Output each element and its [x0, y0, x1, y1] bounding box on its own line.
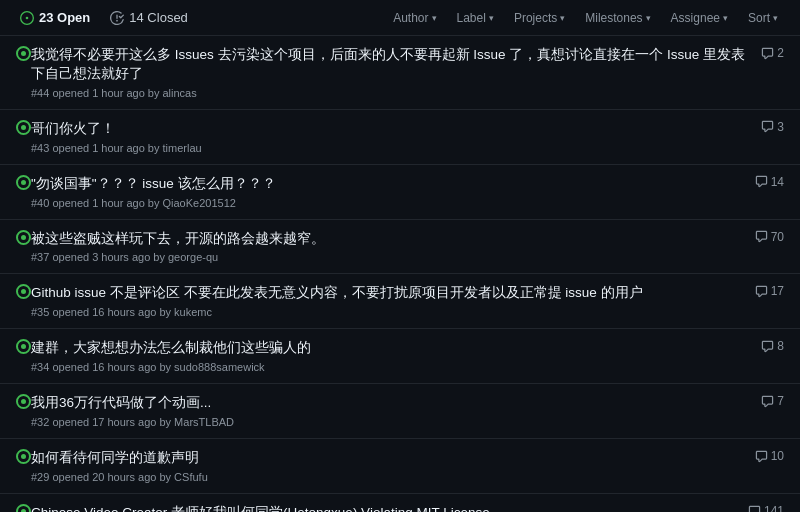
issue-item[interactable]: 我觉得不必要开这么多 Issues 去污染这个项目，后面来的人不要再起新 Iss… — [0, 36, 800, 110]
issue-content: 我觉得不必要开这么多 Issues 去污染这个项目，后面来的人不要再起新 Iss… — [31, 46, 749, 99]
issue-title: 建群，大家想想办法怎么制裁他们这些骗人的 — [31, 339, 749, 358]
issue-item[interactable]: Github issue 不是评论区 不要在此发表无意义内容，不要打扰原项目开发… — [0, 274, 800, 329]
label-label: Label — [457, 11, 486, 25]
toolbar-right: Author ▾ Label ▾ Projects ▾ Milestones ▾… — [387, 9, 784, 27]
issue-title: 我用36万行代码做了个动画... — [31, 394, 749, 413]
author-filter-btn[interactable]: Author ▾ — [387, 9, 442, 27]
issue-item[interactable]: 如何看待何同学的道歉声明 #29 opened 20 hours ago by … — [0, 439, 800, 494]
issue-title: 我觉得不必要开这么多 Issues 去污染这个项目，后面来的人不要再起新 Iss… — [31, 46, 749, 84]
issue-open-icon — [16, 449, 31, 464]
issue-item[interactable]: 被这些盗贼这样玩下去，开源的路会越来越窄。 #37 opened 3 hours… — [0, 220, 800, 275]
comment-count: 3 — [761, 120, 784, 134]
issue-content: Github issue 不是评论区 不要在此发表无意义内容，不要打扰原项目开发… — [31, 284, 743, 318]
comment-count: 7 — [761, 394, 784, 408]
comment-icon — [748, 505, 761, 512]
issue-item[interactable]: 哥们你火了！ #43 opened 1 hour ago by timerlau… — [0, 110, 800, 165]
issue-title: Github issue 不是评论区 不要在此发表无意义内容，不要打扰原项目开发… — [31, 284, 743, 303]
comment-icon — [761, 120, 774, 133]
issue-item[interactable]: "勿谈国事"？？？ issue 该怎么用？？？ #40 opened 1 hou… — [0, 165, 800, 220]
milestones-filter-btn[interactable]: Milestones ▾ — [579, 9, 656, 27]
issue-meta: #40 opened 1 hour ago by QiaoKe201512 — [31, 197, 743, 209]
issue-meta: #43 opened 1 hour ago by timerlau — [31, 142, 749, 154]
label-filter-btn[interactable]: Label ▾ — [451, 9, 500, 27]
issue-right: 70 — [755, 230, 784, 244]
open-circle-inner — [21, 289, 26, 294]
comment-count: 8 — [761, 339, 784, 353]
open-circle-inner — [21, 454, 26, 459]
assignee-filter-btn[interactable]: Assignee ▾ — [665, 9, 734, 27]
issue-right: 2 — [761, 46, 784, 60]
issue-right: 141 — [748, 504, 784, 512]
issue-content: 如何看待何同学的道歉声明 #29 opened 20 hours ago by … — [31, 449, 743, 483]
issue-open-icon — [16, 120, 31, 135]
issue-meta: #44 opened 1 hour ago by alincas — [31, 87, 749, 99]
comment-count: 141 — [748, 504, 784, 512]
issue-right: 8 — [761, 339, 784, 353]
issue-content: Chinese Video Creator 老师好我叫何同学(Hetongxue… — [31, 504, 736, 512]
issue-meta: #34 opened 16 hours ago by sudo888samewi… — [31, 361, 749, 373]
projects-filter-btn[interactable]: Projects ▾ — [508, 9, 571, 27]
closed-filter-btn[interactable]: 14 Closed — [106, 8, 192, 27]
issue-title-link[interactable]: "勿谈国事"？？？ issue 该怎么用？？？ — [31, 176, 276, 191]
issue-content: 被这些盗贼这样玩下去，开源的路会越来越窄。 #37 opened 3 hours… — [31, 230, 743, 264]
author-label: Author — [393, 11, 428, 25]
issue-open-icon — [16, 504, 31, 512]
open-circle-inner — [21, 344, 26, 349]
issue-item[interactable]: Chinese Video Creator 老师好我叫何同学(Hetongxue… — [0, 494, 800, 512]
issue-right: 17 — [755, 284, 784, 298]
issue-open-icon — [16, 394, 31, 409]
closed-icon — [110, 11, 124, 25]
issue-right: 14 — [755, 175, 784, 189]
issue-item[interactable]: 建群，大家想想办法怎么制裁他们这些骗人的 #34 opened 16 hours… — [0, 329, 800, 384]
assignee-chevron-icon: ▾ — [723, 13, 728, 23]
open-closed-filter: 23 Open 14 Closed — [16, 8, 192, 27]
closed-count-label: 14 Closed — [129, 10, 188, 25]
issue-meta: #35 opened 16 hours ago by kukemc — [31, 306, 743, 318]
issue-title-link[interactable]: Chinese Video Creator 老师好我叫何同学(Hetongxue… — [31, 505, 490, 512]
issue-open-icon — [16, 175, 31, 190]
open-filter-btn[interactable]: 23 Open — [16, 8, 94, 27]
comment-icon — [755, 230, 768, 243]
toolbar: 23 Open 14 Closed Author ▾ Label ▾ Proje… — [0, 0, 800, 36]
issue-open-icon — [16, 339, 31, 354]
issue-title: 被这些盗贼这样玩下去，开源的路会越来越窄。 — [31, 230, 743, 249]
open-circle-inner — [21, 399, 26, 404]
issue-title-link[interactable]: 如何看待何同学的道歉声明 — [31, 450, 199, 465]
open-count-label: 23 Open — [39, 10, 90, 25]
open-circle-inner — [21, 125, 26, 130]
issue-title: Chinese Video Creator 老师好我叫何同学(Hetongxue… — [31, 504, 736, 512]
comment-icon — [761, 340, 774, 353]
issue-open-icon — [16, 284, 31, 299]
sort-label: Sort — [748, 11, 770, 25]
issue-title-link[interactable]: 我觉得不必要开这么多 Issues 去污染这个项目，后面来的人不要再起新 Iss… — [31, 47, 745, 81]
comment-count: 14 — [755, 175, 784, 189]
issue-meta: #32 opened 17 hours ago by MarsTLBAD — [31, 416, 749, 428]
issue-item[interactable]: 我用36万行代码做了个动画... #32 opened 17 hours ago… — [0, 384, 800, 439]
comment-icon — [761, 395, 774, 408]
sort-filter-btn[interactable]: Sort ▾ — [742, 9, 784, 27]
issue-right: 7 — [761, 394, 784, 408]
comment-icon — [755, 450, 768, 463]
issue-meta: #37 opened 3 hours ago by george-qu — [31, 251, 743, 263]
issue-title: 哥们你火了！ — [31, 120, 749, 139]
issue-meta: #29 opened 20 hours ago by CSfufu — [31, 471, 743, 483]
issue-open-icon — [16, 46, 31, 61]
issue-content: "勿谈国事"？？？ issue 该怎么用？？？ #40 opened 1 hou… — [31, 175, 743, 209]
issue-list: 我觉得不必要开这么多 Issues 去污染这个项目，后面来的人不要再起新 Iss… — [0, 36, 800, 512]
issue-title-link[interactable]: 被这些盗贼这样玩下去，开源的路会越来越窄。 — [31, 231, 325, 246]
comment-icon — [761, 47, 774, 60]
toolbar-left: 23 Open 14 Closed — [16, 8, 371, 27]
issue-title-link[interactable]: Github issue 不是评论区 不要在此发表无意义内容，不要打扰原项目开发… — [31, 285, 643, 300]
issue-content: 我用36万行代码做了个动画... #32 opened 17 hours ago… — [31, 394, 749, 428]
author-chevron-icon: ▾ — [432, 13, 437, 23]
comment-count: 10 — [755, 449, 784, 463]
comment-icon — [755, 175, 768, 188]
comment-count: 17 — [755, 284, 784, 298]
issue-title-link[interactable]: 建群，大家想想办法怎么制裁他们这些骗人的 — [31, 340, 311, 355]
projects-chevron-icon: ▾ — [560, 13, 565, 23]
open-circle-inner — [21, 180, 26, 185]
issue-right: 3 — [761, 120, 784, 134]
issue-title-link[interactable]: 哥们你火了！ — [31, 121, 115, 136]
open-circle-inner — [21, 51, 26, 56]
issue-title-link[interactable]: 我用36万行代码做了个动画... — [31, 395, 211, 410]
